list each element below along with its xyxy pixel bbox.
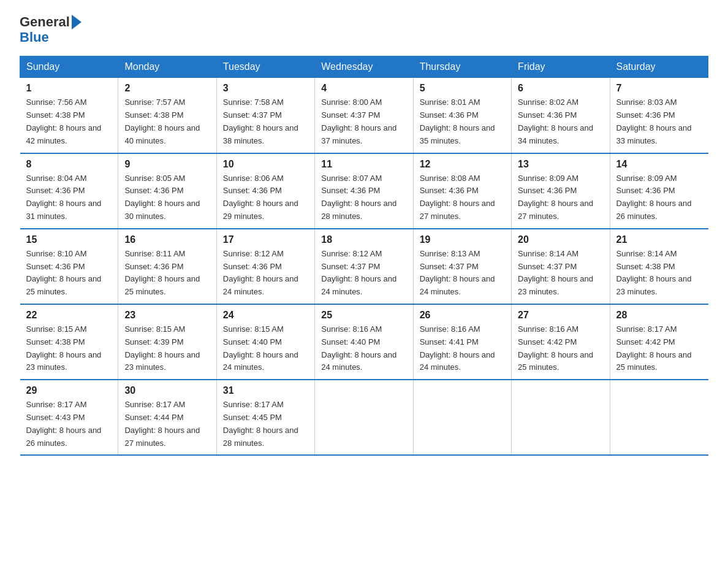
day-detail: Sunrise: 8:08 AMSunset: 4:36 PMDaylight:… — [420, 174, 495, 221]
day-detail: Sunrise: 8:12 AMSunset: 4:36 PMDaylight:… — [223, 249, 298, 296]
day-detail: Sunrise: 8:17 AMSunset: 4:43 PMDaylight:… — [26, 400, 102, 447]
day-detail: Sunrise: 8:03 AMSunset: 4:36 PMDaylight:… — [616, 98, 692, 145]
calendar-cell: 23 Sunrise: 8:15 AMSunset: 4:39 PMDaylig… — [118, 304, 216, 380]
day-detail: Sunrise: 8:00 AMSunset: 4:37 PMDaylight:… — [321, 98, 396, 145]
day-number: 29 — [26, 385, 112, 396]
day-detail: Sunrise: 7:58 AMSunset: 4:37 PMDaylight:… — [223, 98, 298, 145]
day-number: 26 — [420, 310, 505, 321]
day-number: 17 — [223, 234, 308, 245]
calendar-cell: 1 Sunrise: 7:56 AMSunset: 4:38 PMDayligh… — [20, 78, 118, 153]
day-number: 27 — [518, 310, 603, 321]
day-number: 23 — [124, 310, 210, 321]
weekday-header-thursday: Thursday — [413, 56, 511, 78]
day-detail: Sunrise: 8:16 AMSunset: 4:41 PMDaylight:… — [420, 324, 495, 372]
calendar-cell: 21 Sunrise: 8:14 AMSunset: 4:38 PMDaylig… — [610, 229, 708, 304]
calendar-cell: 17 Sunrise: 8:12 AMSunset: 4:36 PMDaylig… — [216, 229, 314, 304]
logo-blue: Blue — [20, 30, 82, 45]
calendar-cell: 20 Sunrise: 8:14 AMSunset: 4:37 PMDaylig… — [512, 229, 610, 304]
page-header: General Blue — [20, 15, 708, 45]
calendar-cell: 28 Sunrise: 8:17 AMSunset: 4:42 PMDaylig… — [610, 304, 708, 380]
calendar-week-row: 1 Sunrise: 7:56 AMSunset: 4:38 PMDayligh… — [20, 78, 708, 153]
day-detail: Sunrise: 8:12 AMSunset: 4:37 PMDaylight:… — [321, 249, 396, 296]
calendar-cell — [610, 380, 708, 455]
calendar-cell: 27 Sunrise: 8:16 AMSunset: 4:42 PMDaylig… — [512, 304, 610, 380]
day-detail: Sunrise: 8:14 AMSunset: 4:38 PMDaylight:… — [616, 249, 692, 296]
day-number: 1 — [26, 83, 112, 94]
calendar-cell: 22 Sunrise: 8:15 AMSunset: 4:38 PMDaylig… — [20, 304, 118, 380]
logo-arrow-icon — [72, 15, 82, 29]
calendar-cell: 3 Sunrise: 7:58 AMSunset: 4:37 PMDayligh… — [216, 78, 314, 153]
day-number: 13 — [518, 159, 603, 170]
weekday-header-row: SundayMondayTuesdayWednesdayThursdayFrid… — [20, 56, 708, 78]
calendar-cell: 11 Sunrise: 8:07 AMSunset: 4:36 PMDaylig… — [315, 153, 413, 229]
day-number: 8 — [26, 159, 112, 170]
day-detail: Sunrise: 7:57 AMSunset: 4:38 PMDaylight:… — [124, 98, 200, 145]
calendar-cell: 26 Sunrise: 8:16 AMSunset: 4:41 PMDaylig… — [413, 304, 511, 380]
day-detail: Sunrise: 8:06 AMSunset: 4:36 PMDaylight:… — [223, 174, 298, 221]
day-number: 7 — [616, 83, 702, 94]
calendar-cell: 4 Sunrise: 8:00 AMSunset: 4:37 PMDayligh… — [315, 78, 413, 153]
calendar-cell: 29 Sunrise: 8:17 AMSunset: 4:43 PMDaylig… — [20, 380, 118, 455]
day-detail: Sunrise: 8:15 AMSunset: 4:39 PMDaylight:… — [124, 324, 200, 372]
weekday-header-wednesday: Wednesday — [315, 56, 413, 78]
day-detail: Sunrise: 7:56 AMSunset: 4:38 PMDaylight:… — [26, 98, 102, 145]
day-detail: Sunrise: 8:16 AMSunset: 4:42 PMDaylight:… — [518, 324, 593, 372]
calendar-cell: 14 Sunrise: 8:09 AMSunset: 4:36 PMDaylig… — [610, 153, 708, 229]
day-number: 6 — [518, 83, 603, 94]
calendar-week-row: 8 Sunrise: 8:04 AMSunset: 4:36 PMDayligh… — [20, 153, 708, 229]
calendar-cell — [512, 380, 610, 455]
day-detail: Sunrise: 8:14 AMSunset: 4:37 PMDaylight:… — [518, 249, 593, 296]
weekday-header-monday: Monday — [118, 56, 216, 78]
day-number: 25 — [321, 310, 406, 321]
calendar-cell: 18 Sunrise: 8:12 AMSunset: 4:37 PMDaylig… — [315, 229, 413, 304]
day-number: 19 — [420, 234, 505, 245]
day-number: 9 — [124, 159, 210, 170]
calendar-cell: 13 Sunrise: 8:09 AMSunset: 4:36 PMDaylig… — [512, 153, 610, 229]
day-detail: Sunrise: 8:11 AMSunset: 4:36 PMDaylight:… — [124, 249, 200, 296]
day-detail: Sunrise: 8:02 AMSunset: 4:36 PMDaylight:… — [518, 98, 593, 145]
day-detail: Sunrise: 8:09 AMSunset: 4:36 PMDaylight:… — [518, 174, 593, 221]
day-detail: Sunrise: 8:17 AMSunset: 4:44 PMDaylight:… — [124, 400, 200, 447]
calendar-cell: 5 Sunrise: 8:01 AMSunset: 4:36 PMDayligh… — [413, 78, 511, 153]
calendar-week-row: 15 Sunrise: 8:10 AMSunset: 4:36 PMDaylig… — [20, 229, 708, 304]
day-number: 18 — [321, 234, 406, 245]
calendar-cell: 6 Sunrise: 8:02 AMSunset: 4:36 PMDayligh… — [512, 78, 610, 153]
day-detail: Sunrise: 8:13 AMSunset: 4:37 PMDaylight:… — [420, 249, 495, 296]
day-number: 24 — [223, 310, 308, 321]
weekday-header-saturday: Saturday — [610, 56, 708, 78]
weekday-header-friday: Friday — [512, 56, 610, 78]
calendar-table: SundayMondayTuesdayWednesdayThursdayFrid… — [20, 56, 708, 456]
day-number: 28 — [616, 310, 702, 321]
calendar-week-row: 22 Sunrise: 8:15 AMSunset: 4:38 PMDaylig… — [20, 304, 708, 380]
day-detail: Sunrise: 8:17 AMSunset: 4:42 PMDaylight:… — [616, 324, 692, 372]
day-number: 30 — [124, 385, 210, 396]
day-detail: Sunrise: 8:15 AMSunset: 4:40 PMDaylight:… — [223, 324, 298, 372]
calendar-cell: 8 Sunrise: 8:04 AMSunset: 4:36 PMDayligh… — [20, 153, 118, 229]
calendar-cell: 9 Sunrise: 8:05 AMSunset: 4:36 PMDayligh… — [118, 153, 216, 229]
day-number: 10 — [223, 159, 308, 170]
calendar-cell — [315, 380, 413, 455]
calendar-cell: 25 Sunrise: 8:16 AMSunset: 4:40 PMDaylig… — [315, 304, 413, 380]
calendar-cell: 24 Sunrise: 8:15 AMSunset: 4:40 PMDaylig… — [216, 304, 314, 380]
day-detail: Sunrise: 8:17 AMSunset: 4:45 PMDaylight:… — [223, 400, 298, 447]
calendar-cell: 15 Sunrise: 8:10 AMSunset: 4:36 PMDaylig… — [20, 229, 118, 304]
day-number: 14 — [616, 159, 702, 170]
day-number: 31 — [223, 385, 308, 396]
day-number: 15 — [26, 234, 112, 245]
day-number: 16 — [124, 234, 210, 245]
day-detail: Sunrise: 8:04 AMSunset: 4:36 PMDaylight:… — [26, 174, 102, 221]
calendar-cell — [413, 380, 511, 455]
calendar-cell: 19 Sunrise: 8:13 AMSunset: 4:37 PMDaylig… — [413, 229, 511, 304]
day-number: 21 — [616, 234, 702, 245]
calendar-cell: 12 Sunrise: 8:08 AMSunset: 4:36 PMDaylig… — [413, 153, 511, 229]
day-detail: Sunrise: 8:01 AMSunset: 4:36 PMDaylight:… — [420, 98, 495, 145]
weekday-header-tuesday: Tuesday — [216, 56, 314, 78]
calendar-cell: 16 Sunrise: 8:11 AMSunset: 4:36 PMDaylig… — [118, 229, 216, 304]
calendar-cell: 2 Sunrise: 7:57 AMSunset: 4:38 PMDayligh… — [118, 78, 216, 153]
day-number: 4 — [321, 83, 406, 94]
day-detail: Sunrise: 8:09 AMSunset: 4:36 PMDaylight:… — [616, 174, 692, 221]
day-number: 20 — [518, 234, 603, 245]
day-detail: Sunrise: 8:15 AMSunset: 4:38 PMDaylight:… — [26, 324, 102, 372]
day-detail: Sunrise: 8:07 AMSunset: 4:36 PMDaylight:… — [321, 174, 396, 221]
day-number: 11 — [321, 159, 406, 170]
